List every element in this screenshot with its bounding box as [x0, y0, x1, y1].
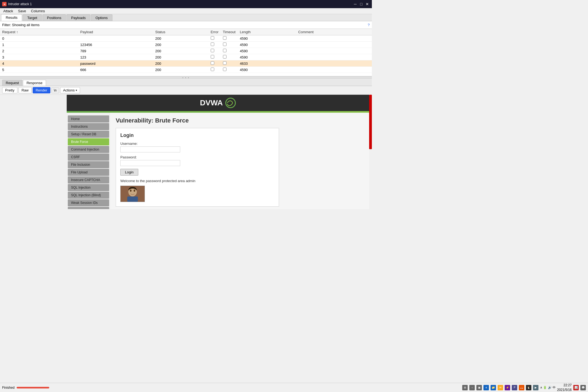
- cell-timeout: [221, 35, 238, 42]
- table-row[interactable]: 5 666 200 4590: [0, 67, 372, 73]
- table-row[interactable]: 2 789 200 4590: [0, 48, 372, 54]
- maximize-button[interactable]: □: [359, 2, 364, 7]
- subtab-raw[interactable]: Raw: [19, 87, 32, 93]
- cell-comment: [296, 48, 372, 54]
- col-error[interactable]: Error: [209, 29, 221, 35]
- welcome-text: Welcome to the password protected area a…: [120, 179, 274, 183]
- svg-point-3: [130, 189, 131, 192]
- main-tab-bar: Results Target Positions Payloads Option…: [0, 14, 372, 21]
- timeout-checkbox[interactable]: [223, 42, 226, 46]
- minimize-button[interactable]: ─: [353, 2, 358, 7]
- password-label: Password:: [120, 155, 274, 159]
- right-scrollbar[interactable]: [369, 95, 372, 209]
- error-checkbox[interactable]: [211, 49, 214, 52]
- tab-options[interactable]: Options: [91, 14, 112, 21]
- login-button[interactable]: Login: [120, 169, 138, 176]
- window-controls: ─ □ ✕: [353, 2, 370, 7]
- table-row[interactable]: 4 password 200 4633: [0, 60, 372, 67]
- error-checkbox[interactable]: [211, 36, 214, 40]
- cell-request: 3: [0, 54, 78, 60]
- cell-length: 4590: [238, 54, 296, 60]
- table-header-row: Request ↑ Payload Status Error Timeout L…: [0, 29, 372, 35]
- cell-length: 4590: [238, 42, 296, 48]
- tab-positions[interactable]: Positions: [42, 14, 66, 21]
- subtab-pretty[interactable]: Pretty: [2, 87, 17, 93]
- cell-timeout: [221, 67, 238, 73]
- cell-error: [209, 48, 221, 54]
- dvwa-nav-item-xss-dom[interactable]: XSS (DOM): [68, 207, 109, 209]
- cell-error: [209, 60, 221, 67]
- cell-payload: 123: [78, 54, 153, 60]
- error-checkbox[interactable]: [211, 61, 214, 65]
- col-length[interactable]: Length: [238, 29, 296, 35]
- col-request[interactable]: Request ↑: [0, 29, 78, 35]
- tab-results[interactable]: Results: [1, 14, 22, 21]
- render-left-panel: [0, 95, 67, 209]
- cell-status: 200: [153, 42, 208, 48]
- tab-response[interactable]: Response: [23, 80, 46, 86]
- results-table-area: Request ↑ Payload Status Error Timeout L…: [0, 29, 372, 76]
- col-timeout[interactable]: Timeout: [221, 29, 238, 35]
- tab-target[interactable]: Target: [23, 14, 42, 21]
- password-input[interactable]: [120, 160, 180, 166]
- filter-help-icon[interactable]: ?: [368, 23, 370, 27]
- dvwa-header: DVWA: [67, 95, 369, 111]
- close-button[interactable]: ✕: [365, 2, 370, 7]
- cell-error: [209, 67, 221, 73]
- dvwa-nav-item-command-injection[interactable]: Command Injection: [68, 146, 109, 153]
- cell-request: 4: [0, 60, 78, 67]
- timeout-checkbox[interactable]: [223, 49, 226, 52]
- dvwa-nav-item-file-inclusion[interactable]: File Inclusion: [68, 161, 109, 168]
- dvwa-nav-item-sql-injection-blind[interactable]: SQL Injection (Blind): [68, 192, 109, 199]
- username-input[interactable]: [120, 146, 180, 152]
- cell-request: 1: [0, 42, 78, 48]
- scrollbar-thumb: [369, 95, 372, 149]
- menu-bar: Attack Save Columns: [0, 8, 372, 14]
- cell-comment: [296, 35, 372, 42]
- col-payload[interactable]: Payload: [78, 29, 153, 35]
- timeout-checkbox[interactable]: [223, 55, 226, 59]
- panel-divider[interactable]: • • •: [0, 76, 372, 79]
- dvwa-logo-text: DVWA: [200, 99, 223, 107]
- svg-point-0: [226, 98, 235, 108]
- actions-button[interactable]: Actions: [60, 87, 80, 93]
- table-row[interactable]: 3 123 200 4590: [0, 54, 372, 60]
- menu-columns[interactable]: Columns: [29, 8, 47, 14]
- dvwa-nav-item-instructions[interactable]: Instructions: [68, 123, 109, 130]
- tab-request[interactable]: Request: [2, 80, 22, 86]
- dvwa-nav-item-setup-/-reset-db[interactable]: Setup / Reset DB: [68, 131, 109, 138]
- login-box: Login Username: Password: Login Welcome …: [116, 128, 279, 207]
- table-row[interactable]: 1 123456 200 4590: [0, 42, 372, 48]
- table-row[interactable]: 0 200 4590: [0, 35, 372, 42]
- error-checkbox[interactable]: [211, 55, 214, 59]
- tab-payloads[interactable]: Payloads: [66, 14, 90, 21]
- dvwa-nav-item-brute-force[interactable]: Brute Force: [68, 138, 109, 145]
- error-checkbox[interactable]: [211, 42, 214, 46]
- dvwa-nav-item-home[interactable]: Home: [68, 115, 109, 122]
- col-comment[interactable]: Comment: [296, 29, 372, 35]
- dvwa-nav-item-sql-injection[interactable]: SQL Injection: [68, 184, 109, 191]
- timeout-checkbox[interactable]: [223, 36, 226, 40]
- user-image: [120, 186, 145, 202]
- dvwa-nav-item-file-upload[interactable]: File Upload: [68, 169, 109, 176]
- divider-dots: • • •: [182, 76, 189, 79]
- subtab-newline[interactable]: \n: [51, 87, 59, 93]
- dvwa-main: Vulnerability: Brute Force Login Usernam…: [110, 113, 369, 209]
- col-status[interactable]: Status: [153, 29, 208, 35]
- cell-error: [209, 42, 221, 48]
- dvwa-nav-item-csrf[interactable]: CSRF: [68, 154, 109, 161]
- timeout-checkbox[interactable]: [223, 68, 226, 71]
- cell-length: 4590: [238, 35, 296, 42]
- cell-error: [209, 35, 221, 42]
- cell-payload: 123456: [78, 42, 153, 48]
- timeout-checkbox[interactable]: [223, 61, 226, 65]
- dvwa-logo: DVWA: [200, 97, 236, 108]
- dvwa-nav-item-insecure-captcha[interactable]: Insecure CAPTCHA: [68, 176, 109, 183]
- subtab-render[interactable]: Render: [33, 87, 50, 93]
- username-label: Username:: [120, 142, 274, 146]
- error-checkbox[interactable]: [211, 68, 214, 71]
- cell-comment: [296, 42, 372, 48]
- dvwa-nav-item-weak-session-ids[interactable]: Weak Session IDs: [68, 199, 109, 206]
- menu-attack[interactable]: Attack: [1, 8, 15, 14]
- menu-save[interactable]: Save: [16, 8, 28, 14]
